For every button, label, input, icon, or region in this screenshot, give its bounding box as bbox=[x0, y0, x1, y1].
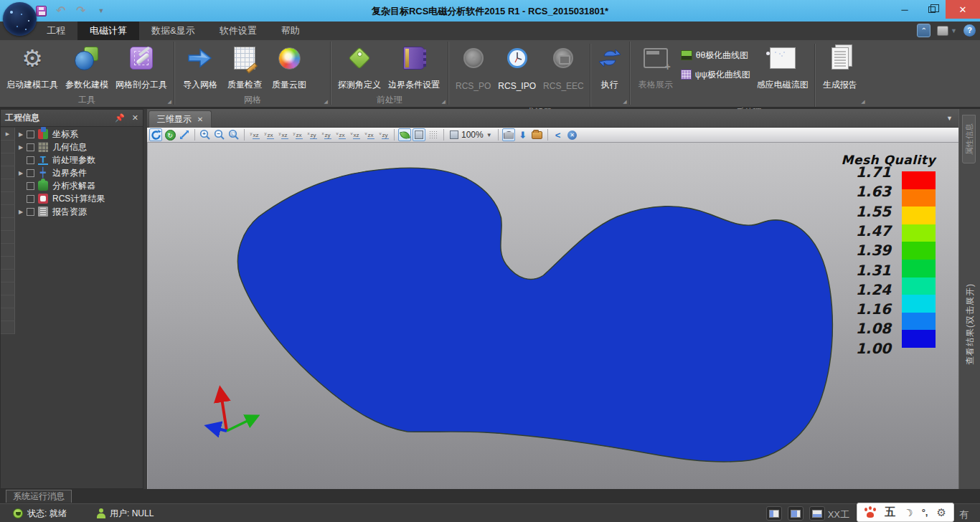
viewport-3d[interactable]: Mesh Quality 1.711.631.551.471.391.311.2… bbox=[147, 143, 958, 489]
dialog-launcher-icon[interactable]: ◢ bbox=[623, 99, 626, 105]
view-orientation-button-8[interactable]: vzx bbox=[363, 128, 376, 141]
ime-logo-icon[interactable] bbox=[864, 508, 876, 518]
tab-system-messages[interactable]: 系统运行消息 bbox=[6, 490, 72, 503]
checkbox[interactable] bbox=[27, 156, 34, 164]
checkbox[interactable] bbox=[27, 130, 34, 138]
pan-zoom-button[interactable] bbox=[178, 128, 191, 141]
boundary-condition-button[interactable]: 边界条件设置 bbox=[385, 42, 443, 92]
tree-row[interactable]: ▶报告资源 bbox=[1, 205, 143, 218]
layout-bottom-button[interactable] bbox=[809, 506, 825, 521]
induced-em-flow-button[interactable]: 感应电磁流图 bbox=[753, 42, 812, 92]
dialog-launcher-icon[interactable]: ◢ bbox=[324, 99, 328, 105]
quality-cloud-map-button[interactable]: 质量云图 bbox=[267, 42, 311, 92]
project-info-panel: 工程信息 📌 ✕ ▶▶坐标系▶几何信息T前处理参数▶┿边界条件分析求解器RCS计… bbox=[0, 109, 143, 489]
app-logo[interactable] bbox=[3, 2, 37, 36]
pin-icon[interactable]: 📌 bbox=[115, 113, 125, 123]
zoom-in-button[interactable]: + bbox=[199, 128, 212, 141]
tree-row[interactable]: T前处理参数 bbox=[1, 153, 143, 166]
tab-3d-display[interactable]: 三维显示 ✕ bbox=[149, 110, 212, 128]
share-view-button[interactable]: < bbox=[552, 128, 565, 141]
expander-icon[interactable]: ▶ bbox=[15, 144, 27, 151]
expander-icon[interactable]: ▶ bbox=[15, 170, 27, 176]
quality-check-button[interactable]: 质量检查 bbox=[222, 42, 267, 92]
theta-polarization-curve-button[interactable]: θθ极化曲线图 bbox=[681, 48, 750, 62]
tree-row[interactable]: RCS计算结果 bbox=[1, 192, 143, 205]
view-orientation-button-0[interactable]: yxz bbox=[248, 128, 261, 141]
minimize-button[interactable]: ─ bbox=[891, 0, 918, 19]
view-orientation-button-2[interactable]: yxz bbox=[277, 128, 290, 141]
ime-punctuation-button[interactable]: °, bbox=[922, 507, 928, 518]
menu-item-4[interactable]: 帮助 bbox=[269, 22, 312, 40]
layout-split-button[interactable] bbox=[788, 506, 804, 521]
menu-item-2[interactable]: 数据&显示 bbox=[139, 22, 207, 40]
moon-icon[interactable]: ☽ bbox=[903, 506, 915, 519]
dialog-launcher-icon[interactable]: ◢ bbox=[442, 99, 446, 105]
run-button[interactable]: 执行 bbox=[593, 42, 626, 92]
view-orientation-button-9[interactable]: vzy bbox=[377, 128, 390, 141]
dialog-launcher-icon[interactable]: ◢ bbox=[168, 99, 171, 105]
view-orientation-button-1[interactable]: yzx bbox=[263, 128, 275, 141]
mesh-partition-tool-button[interactable]: 网格剖分工具 bbox=[112, 42, 171, 92]
close-view-button[interactable]: ✕ bbox=[566, 128, 579, 141]
orbit-view-button[interactable]: ↻ bbox=[164, 128, 176, 141]
wireframe-button[interactable] bbox=[427, 128, 440, 141]
rcs-ipo-button[interactable]: RCS_IPO bbox=[494, 42, 540, 92]
view-orientation-button-4[interactable]: xzy bbox=[306, 128, 319, 141]
ime-wubi-button[interactable]: 五 bbox=[885, 506, 895, 519]
rotate-view-button[interactable] bbox=[149, 128, 162, 141]
row-gutter bbox=[1, 192, 15, 205]
open-folder-button[interactable] bbox=[531, 128, 544, 141]
restore-button[interactable] bbox=[918, 0, 946, 19]
table-display-button[interactable]: 表格展示 bbox=[633, 42, 678, 92]
rcs-po-button[interactable]: RCS_PO bbox=[452, 42, 494, 92]
expander-icon[interactable]: ▶ bbox=[15, 209, 27, 215]
tab-view-results[interactable]: 查看结果(双击展开) bbox=[959, 231, 980, 417]
legend-value: 1.24 bbox=[841, 283, 891, 297]
chevron-down-icon[interactable]: ▼ bbox=[946, 115, 953, 122]
view-orientation-button-3[interactable]: yzx bbox=[291, 128, 304, 141]
view-orientation-button-7[interactable]: vxz bbox=[349, 128, 362, 141]
dialog-launcher-icon[interactable]: ◢ bbox=[861, 99, 864, 105]
tree-row[interactable]: ▶▶坐标系 bbox=[1, 128, 143, 141]
smooth-shade-button[interactable] bbox=[398, 128, 411, 141]
layout-left-button[interactable] bbox=[766, 506, 782, 521]
expander-icon[interactable]: ▶ bbox=[15, 131, 27, 138]
checkbox[interactable] bbox=[27, 208, 34, 216]
window-list-button[interactable]: ▼ bbox=[937, 26, 957, 36]
import-mesh-button[interactable]: 导入网格 bbox=[178, 42, 222, 92]
checkbox[interactable] bbox=[27, 143, 34, 151]
checkbox[interactable] bbox=[27, 169, 34, 177]
export-down-button[interactable]: ⬇ bbox=[517, 128, 529, 141]
tab-property-info[interactable]: 属性信息 bbox=[962, 115, 976, 163]
view-orientation-button-6[interactable]: vzx bbox=[334, 128, 347, 141]
help-button[interactable]: ? bbox=[963, 24, 976, 37]
probe-angle-define-button[interactable]: 探测角定义 bbox=[334, 42, 385, 92]
zoom-level-dropdown[interactable]: 100%▼ bbox=[448, 130, 494, 140]
checkbox[interactable] bbox=[27, 182, 34, 190]
menu-item-0[interactable]: 工程 bbox=[34, 22, 77, 40]
tree-row[interactable]: 分析求解器 bbox=[1, 179, 143, 192]
tree-row[interactable]: ▶┿边界条件 bbox=[1, 166, 143, 179]
flat-shade-button[interactable] bbox=[413, 128, 425, 141]
menu-item-3[interactable]: 软件设置 bbox=[207, 22, 269, 40]
psi-polarization-curve-button[interactable]: ψψ极化曲线图 bbox=[681, 67, 750, 82]
launch-modeling-tool-button[interactable]: ⚙ 启动建模工具 bbox=[3, 42, 62, 92]
close-button[interactable]: ✕ bbox=[946, 0, 980, 19]
collapse-ribbon-button[interactable]: ⌃ bbox=[917, 24, 930, 37]
zoom-out-button[interactable]: − bbox=[213, 128, 226, 141]
menu-item-1[interactable]: 电磁计算 bbox=[77, 22, 139, 40]
tag-icon bbox=[347, 45, 372, 71]
close-icon[interactable]: ✕ bbox=[132, 113, 138, 123]
zoom-fit-button[interactable]: ◱ bbox=[227, 128, 240, 141]
checkbox[interactable] bbox=[27, 195, 34, 203]
tab-close-icon[interactable]: ✕ bbox=[197, 115, 203, 123]
gear-icon[interactable]: ⚙ bbox=[937, 506, 946, 519]
tree-row[interactable]: ▶几何信息 bbox=[1, 141, 143, 153]
clip-plane-button[interactable] bbox=[502, 128, 515, 141]
parametric-modeling-button[interactable]: 参数化建模 bbox=[62, 42, 112, 92]
view-orientation-button-5[interactable]: xzy bbox=[320, 128, 333, 141]
rcs-eec-button[interactable]: RCS_EEC bbox=[540, 42, 588, 92]
legend-band-2 bbox=[902, 207, 936, 224]
generate-report-button[interactable]: 生成报告 bbox=[818, 42, 862, 92]
tree-item-label: 几何信息 bbox=[52, 141, 87, 153]
